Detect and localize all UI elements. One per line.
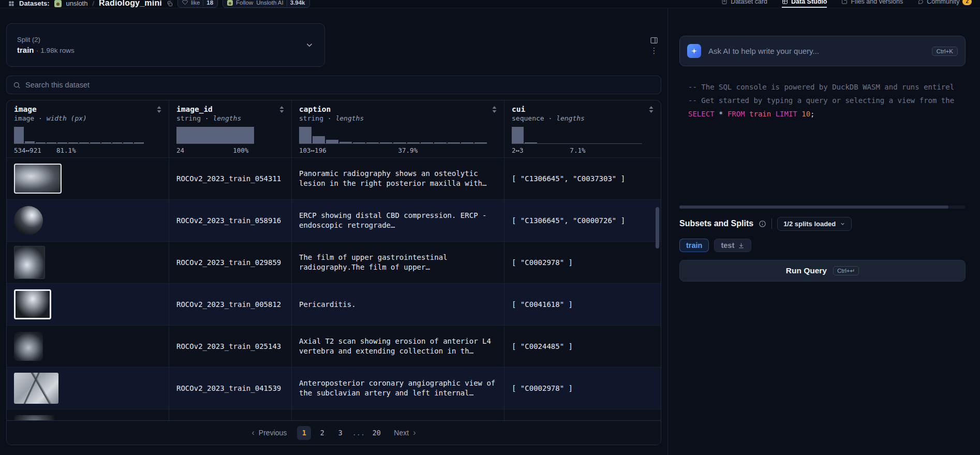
org-name-link[interactable]: unsloth <box>66 0 88 7</box>
dataset-viewer-panel: Split (2) train · 1.98k rows ⋮ <box>6 23 661 445</box>
cell-cui: [ "C1306645", "C0037303" ] <box>504 158 661 199</box>
row-image-thumbnail[interactable] <box>14 206 43 235</box>
row-image-thumbnail[interactable] <box>14 164 62 194</box>
cell-caption <box>292 409 504 420</box>
like-count: 18 <box>206 0 213 6</box>
pagination-bar: ‹ Previous 123...20 Next › <box>7 420 661 445</box>
next-page-button[interactable]: Next › <box>394 428 415 437</box>
page-button-2[interactable]: 2 <box>315 426 329 440</box>
run-query-label: Run Query <box>786 266 827 275</box>
histogram-bar <box>101 142 111 143</box>
dataset-title[interactable]: Radiology_mini <box>99 0 162 8</box>
previous-label: Previous <box>259 429 287 437</box>
table-row[interactable]: ROCOv2_2023_train_005812 Pericarditis. [… <box>7 283 661 325</box>
table-row[interactable]: ROCOv2_2023_train_058916 ERCP showing di… <box>7 199 661 241</box>
split-chip-train[interactable]: train <box>679 239 709 252</box>
cell-image-id: ROCOv2_2023_train_058916 <box>169 200 292 241</box>
datasets-grid-icon <box>8 1 14 7</box>
sort-icon[interactable] <box>157 106 161 113</box>
cell-cui: [ "C0002978" ] <box>504 242 661 283</box>
table-row[interactable]: ROCOv2_2023_train_041539 Anteroposterior… <box>7 367 661 409</box>
chevron-down-icon <box>840 221 845 227</box>
sql-editor[interactable]: -- The SQL console is powered by DuckDB … <box>679 74 966 206</box>
sql-editor-line: -- Get started by typing a query or sele… <box>688 94 966 107</box>
sort-icon[interactable] <box>492 106 497 113</box>
sort-icon[interactable] <box>649 106 654 113</box>
column-dtype: string <box>299 114 323 122</box>
cell-image-id: ROCOv2_2023_train_025143 <box>169 326 292 367</box>
histogram-bar <box>366 142 379 143</box>
histogram-bar <box>68 142 78 143</box>
table-row[interactable]: ROCOv2_2023_train_029859 The film of upp… <box>7 241 661 283</box>
pagination-pages: 123...20 <box>297 426 383 440</box>
chevron-right-icon: › <box>413 428 415 437</box>
vertical-scrollbar-thumb[interactable] <box>656 207 659 248</box>
column-header-image[interactable]: image image · width (px) <box>7 100 169 125</box>
page-button-3[interactable]: 3 <box>333 426 347 440</box>
tab-data-studio[interactable]: Data Studio <box>782 0 827 8</box>
row-image-thumbnail[interactable] <box>14 246 45 279</box>
cell-caption: Pericarditis. <box>292 284 504 325</box>
column-name: image <box>14 105 37 113</box>
follow-button[interactable]: Follow Unsloth AI 3.94k <box>222 0 309 8</box>
like-button[interactable]: like 18 <box>177 0 218 8</box>
histogram-bar <box>90 142 100 143</box>
sql-editor-line: SELECT * FROM train LIMIT 10; <box>688 107 966 121</box>
horizontal-scrollbar-thumb[interactable] <box>679 206 948 209</box>
split-chip-label: train <box>686 241 702 249</box>
stat-range: 2↔3 <box>512 146 524 154</box>
search-input[interactable] <box>25 81 655 89</box>
table-row[interactable] <box>7 409 661 420</box>
column-dtype: string <box>176 114 201 122</box>
page-button-1[interactable]: 1 <box>297 426 311 440</box>
histogram-bar <box>36 142 46 143</box>
column-header-cui[interactable]: cui sequence · lengths <box>504 100 661 125</box>
histogram-bar <box>57 142 67 143</box>
copy-icon[interactable] <box>167 1 173 7</box>
row-image-thumbnail[interactable] <box>14 332 43 361</box>
toggle-columns-panel-icon[interactable] <box>650 36 658 45</box>
row-image-thumbnail[interactable] <box>14 373 58 404</box>
datasets-breadcrumb-label[interactable]: Datasets: <box>19 0 50 7</box>
ask-ai-input[interactable] <box>708 47 925 55</box>
heart-icon <box>182 0 188 5</box>
cell-cui: [ "C0041618" ] <box>504 284 661 325</box>
tab-label: Files and versions <box>851 0 903 5</box>
org-avatar[interactable] <box>54 0 62 7</box>
column-name: image_id <box>176 105 213 113</box>
column-header-image-id[interactable]: image_id string · lengths <box>169 100 292 125</box>
cell-image-id: ROCOv2_2023_train_041539 <box>169 368 292 409</box>
split-chip-test[interactable]: test <box>714 239 751 252</box>
tab-dataset-card[interactable]: Dataset card <box>721 0 767 8</box>
page-button-20[interactable]: 20 <box>369 426 383 440</box>
histogram-bar <box>112 142 122 143</box>
histogram-bar <box>79 142 89 143</box>
column-header-caption[interactable]: caption string · lengths <box>292 100 504 125</box>
row-image-thumbnail[interactable] <box>14 289 51 319</box>
table-body: ROCOv2_2023_train_054311 Panoramic radio… <box>7 157 661 420</box>
info-icon[interactable] <box>759 220 766 228</box>
histogram-bar <box>25 141 35 143</box>
search-icon <box>13 81 21 89</box>
ai-sparkle-icon <box>687 44 701 58</box>
histogram-bar <box>47 142 56 143</box>
table-row[interactable]: ROCOv2_2023_train_025143 Axial T2 scan s… <box>7 325 661 367</box>
histogram-bar <box>512 127 524 143</box>
tab-community[interactable]: Community 2 <box>917 0 972 8</box>
stat-percent: 7.1% <box>570 146 585 154</box>
tab-files-and-versions[interactable]: Files and versions <box>841 0 903 8</box>
histogram-bar <box>313 136 325 143</box>
split-selector[interactable]: Split (2) train · 1.98k rows <box>6 23 325 67</box>
table-row[interactable]: ROCOv2_2023_train_054311 Panoramic radio… <box>7 157 661 199</box>
column-detail: lengths <box>556 114 585 122</box>
histogram-bar <box>525 142 537 143</box>
kebab-menu-icon[interactable]: ⋮ <box>650 47 658 54</box>
splits-loaded-dropdown[interactable]: 1/2 splits loaded <box>777 217 852 231</box>
row-image-thumbnail[interactable] <box>14 415 54 420</box>
divider <box>771 218 772 229</box>
sort-icon[interactable] <box>279 106 284 113</box>
run-query-button[interactable]: Run Query Ctrl+↵ <box>679 260 966 282</box>
cell-image-id <box>169 409 292 420</box>
previous-page-button[interactable]: ‹ Previous <box>252 428 287 437</box>
histogram-bar <box>393 142 406 143</box>
